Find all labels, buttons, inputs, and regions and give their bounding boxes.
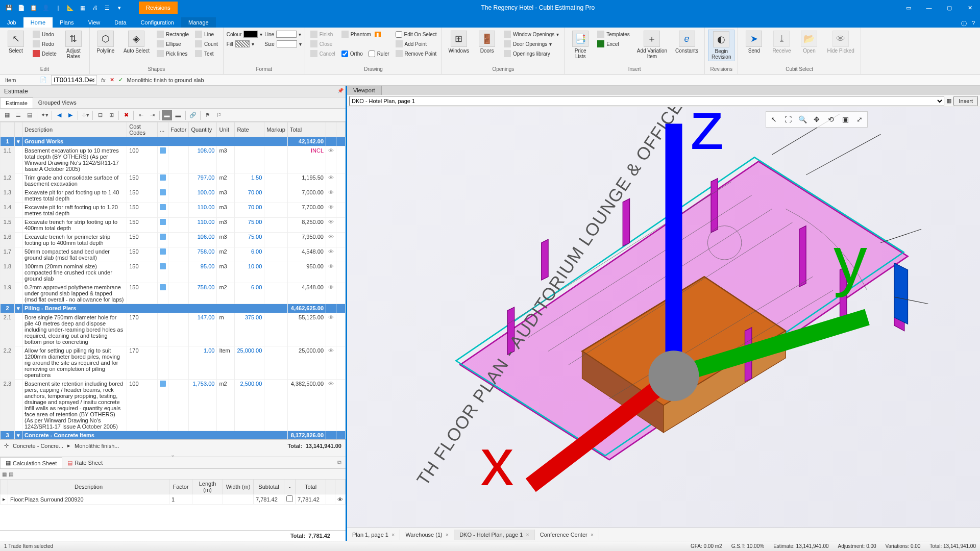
- send-button[interactable]: ➤Send: [741, 30, 767, 55]
- tab-rate-sheet[interactable]: ▤Rate Sheet: [62, 457, 108, 468]
- tb-collapse-icon[interactable]: ⊟: [95, 110, 105, 120]
- text-button[interactable]: Text: [193, 49, 220, 58]
- count-button[interactable]: Count: [193, 39, 220, 48]
- subtab-estimate[interactable]: Estimate: [0, 97, 33, 108]
- col-cost[interactable]: Cost Codes: [127, 122, 158, 137]
- qat-measure-icon[interactable]: 📐: [65, 3, 76, 13]
- pick-lines-button[interactable]: Pick lines: [155, 49, 191, 58]
- size-swatch[interactable]: [277, 40, 297, 47]
- close-tab-icon[interactable]: ×: [526, 532, 529, 538]
- col-markup[interactable]: Markup: [264, 122, 288, 137]
- rectangle-button[interactable]: Rectangle: [155, 30, 191, 39]
- calc-row[interactable]: ▸ Floor:Plaza Surround:200920 1 7,781.42…: [1, 494, 346, 505]
- close-tab-icon[interactable]: ×: [391, 532, 395, 538]
- tb-link-icon[interactable]: 🔗: [188, 110, 198, 120]
- calc-tb2-icon[interactable]: ▤: [9, 471, 13, 477]
- subtab-grouped[interactable]: Grouped Views: [33, 97, 82, 108]
- cancel-formula-icon[interactable]: ✕: [110, 77, 114, 83]
- page-tab[interactable]: Conference Center×: [535, 530, 599, 540]
- qat-table-icon[interactable]: ☰: [102, 3, 112, 13]
- table-row[interactable]: 2.3 Basement site retention including bo…: [1, 380, 346, 431]
- viewport-3d[interactable]: ↖ ⛶ 🔍 ✥ ⟲ ▣ ⤢: [347, 107, 980, 528]
- table-row[interactable]: 3▾Concrete - Concrete Items8,172,826.00: [1, 431, 346, 440]
- close-tab-icon[interactable]: ×: [591, 532, 594, 538]
- table-row[interactable]: 1▾Ground Works42,142.00: [1, 137, 346, 146]
- tab-view[interactable]: View: [81, 17, 108, 28]
- calc-col-factor[interactable]: Factor: [169, 480, 192, 494]
- ribbon-toggle-icon[interactable]: ▭: [898, 0, 919, 15]
- tb-expand-icon[interactable]: ⊞: [106, 110, 116, 120]
- tb-outdent-icon[interactable]: ⇥: [147, 110, 157, 120]
- ellipse-button[interactable]: Ellipse: [155, 39, 191, 48]
- open-button[interactable]: 📂Open: [796, 30, 822, 55]
- tb-list-icon[interactable]: ☰: [13, 110, 23, 120]
- add-variation-button[interactable]: ＋Add Variation Item: [634, 30, 670, 60]
- tb-highlight-icon[interactable]: ▬: [162, 110, 172, 120]
- calc-col-width[interactable]: Width (m): [223, 480, 254, 494]
- page-tab[interactable]: Warehouse (1)×: [400, 530, 454, 540]
- qat-grid-icon[interactable]: ▦: [78, 3, 88, 13]
- formula-text[interactable]: Monolithic finish to ground slab: [127, 77, 975, 83]
- fill-swatch[interactable]: [235, 40, 250, 47]
- finish-button[interactable]: Finish: [308, 30, 337, 39]
- table-row[interactable]: 1.7 50mm compacted sand bed under ground…: [1, 247, 346, 262]
- tb-gear-icon[interactable]: ✦▾: [39, 110, 50, 120]
- table-row[interactable]: 1.1 Basement excavation up to 10 metres …: [1, 146, 346, 173]
- viewport-tab[interactable]: Viewport: [347, 86, 382, 95]
- polyline-button[interactable]: ⬡Polyline: [93, 30, 118, 55]
- help-icon[interactable]: ⓘ: [961, 20, 967, 28]
- window-openings-button[interactable]: Window Openings ▾: [502, 30, 561, 39]
- breadcrumb-a[interactable]: Concrete - Concre...: [13, 443, 63, 449]
- close-shape-button[interactable]: Close: [308, 39, 337, 48]
- table-row[interactable]: 1.6 Excavate trench for perimeter strip …: [1, 233, 346, 247]
- tb-add-icon[interactable]: ▦: [2, 110, 12, 120]
- windows-button[interactable]: ⊞Windows: [445, 30, 472, 55]
- price-lists-button[interactable]: 📑Price Lists: [568, 30, 593, 60]
- line-button[interactable]: Line: [193, 30, 220, 39]
- col-factor[interactable]: Factor: [168, 122, 189, 137]
- door-openings-button[interactable]: Door Openings ▾: [502, 39, 561, 48]
- calc-col-total[interactable]: Total: [296, 480, 326, 494]
- plan-picker-icon[interactable]: ▦: [946, 97, 951, 104]
- col-rate[interactable]: Rate: [235, 122, 264, 137]
- table-row[interactable]: 2▾Piling - Bored Piers4,462,625.00: [1, 304, 346, 313]
- edit-on-select-button[interactable]: Edit On Select: [394, 30, 439, 39]
- table-row[interactable]: 1.9 0.2mm approved polythene membrane un…: [1, 283, 346, 304]
- tb-grid-icon[interactable]: ▤: [24, 110, 35, 120]
- table-row[interactable]: 1.4 Excavate pit for raft footing up to …: [1, 203, 346, 218]
- ortho-button[interactable]: Ortho Ruler: [339, 49, 391, 58]
- tb-prev-icon[interactable]: ◀: [54, 110, 64, 120]
- calc-col-subtotal[interactable]: Subtotal: [254, 480, 284, 494]
- tab-manage[interactable]: Manage: [181, 17, 216, 28]
- select-button[interactable]: ↖Select: [3, 30, 29, 55]
- receive-button[interactable]: ⤓Receive: [769, 30, 794, 55]
- calc-col-desc[interactable]: Description: [8, 480, 169, 494]
- col-unit[interactable]: Unit: [217, 122, 235, 137]
- undo-button[interactable]: Undo: [31, 30, 59, 39]
- col-total[interactable]: Total: [288, 122, 326, 137]
- table-row[interactable]: 2.1 Bore single 750mm diameter hole for …: [1, 313, 346, 346]
- table-row[interactable]: 1.5 Excavate trench for strip footing up…: [1, 218, 346, 233]
- qat-more-icon[interactable]: ▾: [114, 3, 125, 13]
- table-row[interactable]: 1.3 Excavate pit for pad footing up to 1…: [1, 188, 346, 203]
- plan-select[interactable]: DKO - Hotel Plan, page 1: [349, 96, 944, 106]
- close-icon[interactable]: ✕: [960, 0, 980, 15]
- qat-new-icon[interactable]: 📄: [16, 3, 27, 13]
- tb-flag2-icon[interactable]: ⚐: [214, 110, 224, 120]
- tb-next-icon[interactable]: ▶: [65, 110, 76, 120]
- table-row[interactable]: 2.2 Allow for setting up piling rig to s…: [1, 346, 346, 380]
- tab-home[interactable]: Home: [23, 17, 53, 28]
- tb-color-icon[interactable]: ▬: [173, 110, 183, 120]
- tb-indent-icon[interactable]: ⇤: [136, 110, 146, 120]
- popout-icon[interactable]: ⧉: [333, 457, 346, 468]
- breadcrumb-root-icon[interactable]: ⊹: [4, 442, 9, 449]
- cell-reference-input[interactable]: [51, 75, 97, 85]
- minimize-icon[interactable]: —: [919, 0, 939, 15]
- maximize-icon[interactable]: ▢: [939, 0, 960, 15]
- redo-button[interactable]: Redo: [31, 39, 59, 48]
- calc-col-length[interactable]: Length (m): [192, 480, 223, 494]
- tb-remove-icon[interactable]: ✖: [121, 110, 131, 120]
- close-tab-icon[interactable]: ×: [446, 532, 449, 538]
- openings-library-button[interactable]: Openings library: [502, 49, 561, 58]
- estimate-grid[interactable]: Description Cost Codes ... Factor Quanti…: [0, 122, 346, 439]
